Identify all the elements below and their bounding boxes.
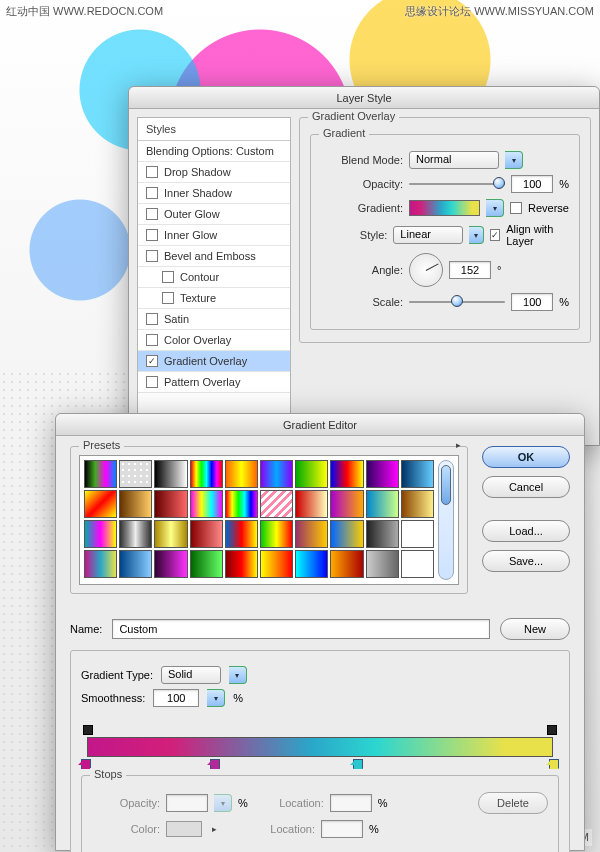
stop-opacity-input[interactable] [166, 794, 208, 812]
effect-pattern-overlay[interactable]: Pattern Overlay [138, 372, 290, 393]
layer-style-titlebar[interactable]: Layer Style [129, 87, 599, 109]
gradient-dropdown-icon[interactable]: ▾ [486, 199, 504, 217]
preset-swatch[interactable] [295, 460, 328, 488]
preset-swatch[interactable] [190, 490, 223, 518]
preset-swatch[interactable] [84, 550, 117, 578]
gradient-ramp-bar[interactable] [87, 737, 553, 757]
scale-input[interactable]: 100 [511, 293, 553, 311]
effect-checkbox[interactable] [162, 271, 174, 283]
opacity-stop-right[interactable] [547, 725, 557, 735]
opacity-stop-left[interactable] [83, 725, 93, 735]
style-select[interactable]: Linear [393, 226, 463, 244]
preset-swatch[interactable] [190, 460, 223, 488]
preset-swatch[interactable] [119, 520, 152, 548]
cancel-button[interactable]: Cancel [482, 476, 570, 498]
angle-dial[interactable] [409, 253, 443, 287]
preset-swatch[interactable] [260, 490, 293, 518]
delete-stop-button[interactable]: Delete [478, 792, 548, 814]
styles-header[interactable]: Styles [138, 118, 290, 141]
blending-options-row[interactable]: Blending Options: Custom [138, 141, 290, 162]
preset-swatch[interactable] [225, 490, 258, 518]
preset-swatch[interactable] [84, 520, 117, 548]
stop-location-input[interactable] [330, 794, 372, 812]
effect-checkbox[interactable] [162, 292, 174, 304]
effect-checkbox[interactable] [146, 334, 158, 346]
effect-checkbox[interactable] [146, 355, 158, 367]
opacity-input[interactable]: 100 [511, 175, 553, 193]
preset-swatch[interactable] [366, 490, 399, 518]
effect-inner-glow[interactable]: Inner Glow [138, 225, 290, 246]
style-dropdown-icon[interactable]: ▾ [469, 226, 484, 244]
effect-outer-glow[interactable]: Outer Glow [138, 204, 290, 225]
preset-swatch[interactable] [260, 520, 293, 548]
scale-slider[interactable] [409, 295, 505, 309]
preset-swatch[interactable] [190, 550, 223, 578]
preset-swatch[interactable] [154, 520, 187, 548]
preset-swatch[interactable] [190, 520, 223, 548]
effect-checkbox[interactable] [146, 208, 158, 220]
preset-swatch[interactable] [366, 520, 399, 548]
gradient-ramp[interactable] [81, 725, 559, 769]
color-stop[interactable] [210, 759, 220, 769]
preset-swatch[interactable] [154, 460, 187, 488]
color-stop[interactable] [549, 759, 559, 769]
gradient-editor-titlebar[interactable]: Gradient Editor [56, 414, 584, 436]
preset-swatch[interactable] [330, 460, 363, 488]
effect-bevel-and-emboss[interactable]: Bevel and Emboss [138, 246, 290, 267]
effect-checkbox[interactable] [146, 187, 158, 199]
preset-swatch[interactable] [119, 490, 152, 518]
preset-swatch[interactable] [225, 550, 258, 578]
stop-color-swatch[interactable] [166, 821, 202, 837]
preset-swatch[interactable] [330, 520, 363, 548]
gradient-type-select[interactable]: Solid [161, 666, 221, 684]
preset-swatch[interactable] [119, 550, 152, 578]
effect-checkbox[interactable] [146, 166, 158, 178]
preset-swatch[interactable] [225, 520, 258, 548]
effect-gradient-overlay[interactable]: Gradient Overlay [138, 351, 290, 372]
preset-swatch[interactable] [260, 460, 293, 488]
preset-swatch[interactable] [401, 460, 434, 488]
effect-checkbox[interactable] [146, 229, 158, 241]
opacity-slider[interactable] [409, 177, 505, 191]
preset-swatch[interactable] [366, 460, 399, 488]
preset-swatch[interactable] [295, 550, 328, 578]
stop-color-location-input[interactable] [321, 820, 363, 838]
preset-swatch[interactable] [295, 520, 328, 548]
effect-drop-shadow[interactable]: Drop Shadow [138, 162, 290, 183]
effect-satin[interactable]: Satin [138, 309, 290, 330]
gradient-preview[interactable] [409, 200, 480, 216]
effect-checkbox[interactable] [146, 376, 158, 388]
color-stop[interactable] [353, 759, 363, 769]
blendmode-select[interactable]: Normal [409, 151, 499, 169]
preset-swatch[interactable] [401, 490, 434, 518]
preset-swatch[interactable] [295, 490, 328, 518]
name-input[interactable]: Custom [112, 619, 490, 639]
preset-swatch[interactable] [119, 460, 152, 488]
preset-swatch[interactable] [84, 490, 117, 518]
angle-input[interactable]: 152 [449, 261, 491, 279]
blendmode-dropdown-icon[interactable]: ▾ [505, 151, 523, 169]
preset-swatch[interactable] [330, 490, 363, 518]
effect-texture[interactable]: Texture [138, 288, 290, 309]
preset-scrollbar[interactable] [438, 460, 454, 580]
smoothness-input[interactable]: 100 [153, 689, 199, 707]
preset-swatch[interactable] [225, 460, 258, 488]
reverse-checkbox[interactable] [510, 202, 522, 214]
smoothness-dropdown-icon[interactable]: ▾ [207, 689, 225, 707]
gradient-type-dropdown-icon[interactable]: ▾ [229, 666, 247, 684]
effect-color-overlay[interactable]: Color Overlay [138, 330, 290, 351]
preset-swatch[interactable] [330, 550, 363, 578]
load-button[interactable]: Load... [482, 520, 570, 542]
preset-swatch[interactable] [154, 490, 187, 518]
preset-swatch[interactable] [366, 550, 399, 578]
align-checkbox[interactable] [490, 229, 500, 241]
new-button[interactable]: New [500, 618, 570, 640]
preset-swatch[interactable] [84, 460, 117, 488]
preset-swatch[interactable] [154, 550, 187, 578]
effect-checkbox[interactable] [146, 250, 158, 262]
effect-inner-shadow[interactable]: Inner Shadow [138, 183, 290, 204]
effect-checkbox[interactable] [146, 313, 158, 325]
presets-flyout-icon[interactable]: ▸ [456, 440, 461, 450]
preset-swatch[interactable] [401, 550, 434, 578]
ok-button[interactable]: OK [482, 446, 570, 468]
